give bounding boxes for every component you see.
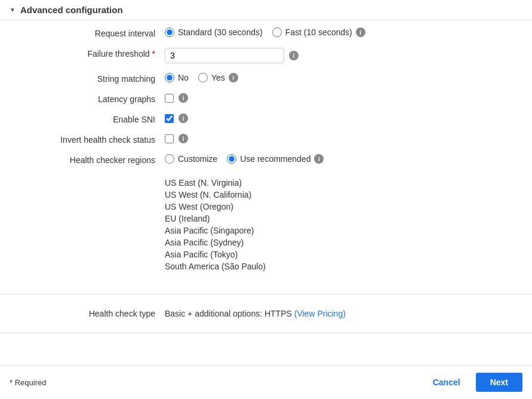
health-checker-regions-controls: Customize Use recommended i (165, 154, 324, 164)
regions-list-container: US East (N. Virginia) US West (N. Califo… (165, 174, 266, 272)
invert-health-check-controls: i (165, 134, 188, 143)
request-interval-fast-input[interactable] (272, 27, 282, 37)
enable-sni-info-icon[interactable]: i (179, 113, 188, 123)
invert-health-check-checkbox[interactable] (165, 134, 174, 143)
required-note: * Required (10, 378, 46, 387)
collapse-triangle-icon: ▼ (10, 7, 16, 13)
string-matching-yes[interactable]: Yes i (198, 73, 238, 82)
request-interval-fast-label: Fast (10 seconds) (285, 27, 352, 37)
latency-graphs-row: Latency graphs i (0, 93, 532, 104)
health-check-type-row: Health check type Basic + additional opt… (0, 299, 532, 328)
string-matching-controls: No Yes i (165, 73, 238, 82)
request-interval-standard[interactable]: Standard (30 seconds) (165, 27, 263, 37)
region-asia-pacific-tokyo: Asia Pacific (Tokyo) (165, 248, 266, 260)
latency-graphs-label: Latency graphs (10, 93, 165, 104)
regions-list-spacer (10, 174, 165, 176)
view-pricing-link[interactable]: (View Pricing) (294, 309, 346, 318)
string-matching-label: String matching (10, 73, 165, 84)
failure-threshold-info-icon[interactable]: i (289, 51, 299, 60)
request-interval-row: Request interval Standard (30 seconds) F… (0, 27, 532, 38)
enable-sni-checkbox[interactable] (165, 114, 174, 123)
page-wrapper: ▼ Advanced configuration Request interva… (0, 0, 532, 399)
page-footer: * Required Cancel Next (0, 365, 532, 399)
region-us-east: US East (N. Virginia) (165, 177, 266, 189)
request-interval-radio-group: Standard (30 seconds) Fast (10 seconds) … (165, 27, 365, 37)
next-button[interactable]: Next (476, 373, 522, 392)
latency-graphs-controls: i (165, 93, 188, 103)
footer-divider (0, 333, 532, 333)
region-us-west-oregon: US West (Oregon) (165, 201, 266, 213)
string-matching-row: String matching No Yes i (0, 73, 532, 84)
failure-threshold-input[interactable] (165, 48, 284, 63)
failure-threshold-controls: i (165, 48, 299, 63)
invert-health-check-info-icon[interactable]: i (179, 134, 188, 143)
failure-threshold-label: Failure threshold * (10, 48, 165, 59)
enable-sni-label: Enable SNI (10, 113, 165, 124)
health-checker-use-recommended-label: Use recommended (240, 154, 310, 164)
health-checker-customize-label: Customize (178, 154, 217, 164)
health-checker-regions-row: Health checker regions Customize Use rec… (0, 154, 532, 165)
health-checker-regions-info-icon[interactable]: i (314, 154, 324, 164)
health-checker-use-recommended[interactable]: Use recommended i (227, 154, 324, 164)
failure-threshold-required: * (152, 49, 155, 59)
health-check-type-value: Basic + additional options: HTTPS (View … (165, 309, 346, 318)
request-interval-label: Request interval (10, 27, 165, 38)
health-checker-use-recommended-input[interactable] (227, 154, 236, 164)
request-interval-info-icon[interactable]: i (356, 27, 365, 37)
health-checker-customize-input[interactable] (165, 154, 174, 164)
string-matching-info-icon[interactable]: i (229, 73, 238, 82)
string-matching-no[interactable]: No (165, 73, 189, 82)
latency-graphs-info-icon[interactable]: i (179, 93, 188, 103)
latency-graphs-checkbox[interactable] (165, 94, 174, 103)
invert-health-check-checkbox-item (165, 134, 174, 143)
string-matching-no-input[interactable] (165, 73, 174, 82)
request-interval-standard-input[interactable] (165, 27, 174, 37)
region-south-america-sao-paulo: South America (São Paulo) (165, 260, 266, 272)
string-matching-yes-label: Yes (211, 73, 225, 82)
form-section: Request interval Standard (30 seconds) F… (0, 20, 532, 289)
request-interval-fast[interactable]: Fast (10 seconds) i (272, 27, 365, 37)
string-matching-radio-group: No Yes i (165, 73, 238, 82)
invert-health-check-label: Invert health check status (10, 134, 165, 145)
region-eu-ireland: EU (Ireland) (165, 213, 266, 225)
regions-list: US East (N. Virginia) US West (N. Califo… (165, 177, 266, 272)
latency-graphs-checkbox-item (165, 94, 174, 103)
region-asia-pacific-sydney: Asia Pacific (Sydney) (165, 237, 266, 248)
request-interval-standard-label: Standard (30 seconds) (178, 27, 263, 37)
health-check-type-text: Basic + additional options: HTTPS (165, 309, 292, 318)
health-checker-customize[interactable]: Customize (165, 154, 217, 164)
string-matching-yes-input[interactable] (198, 73, 208, 82)
enable-sni-checkbox-item (165, 114, 174, 123)
enable-sni-controls: i (165, 113, 188, 123)
footer-buttons: Cancel Next (423, 373, 522, 392)
cancel-button[interactable]: Cancel (423, 373, 470, 392)
adv-config-title: Advanced configuration (20, 5, 123, 15)
region-us-west-california: US West (N. California) (165, 189, 266, 201)
health-checker-regions-radio-group: Customize Use recommended i (165, 154, 324, 164)
region-asia-pacific-singapore: Asia Pacific (Singapore) (165, 225, 266, 237)
spacer (0, 338, 532, 365)
request-interval-controls: Standard (30 seconds) Fast (10 seconds) … (165, 27, 365, 37)
enable-sni-row: Enable SNI i (0, 113, 532, 124)
string-matching-no-label: No (178, 73, 189, 82)
health-check-type-label: Health check type (10, 309, 165, 318)
invert-health-check-row: Invert health check status i (0, 134, 532, 145)
failure-threshold-row: Failure threshold * i (0, 48, 532, 63)
adv-config-header[interactable]: ▼ Advanced configuration (0, 0, 532, 20)
health-checker-regions-label: Health checker regions (10, 154, 165, 165)
regions-list-row: US East (N. Virginia) US West (N. Califo… (0, 174, 532, 272)
section-divider (0, 294, 532, 294)
